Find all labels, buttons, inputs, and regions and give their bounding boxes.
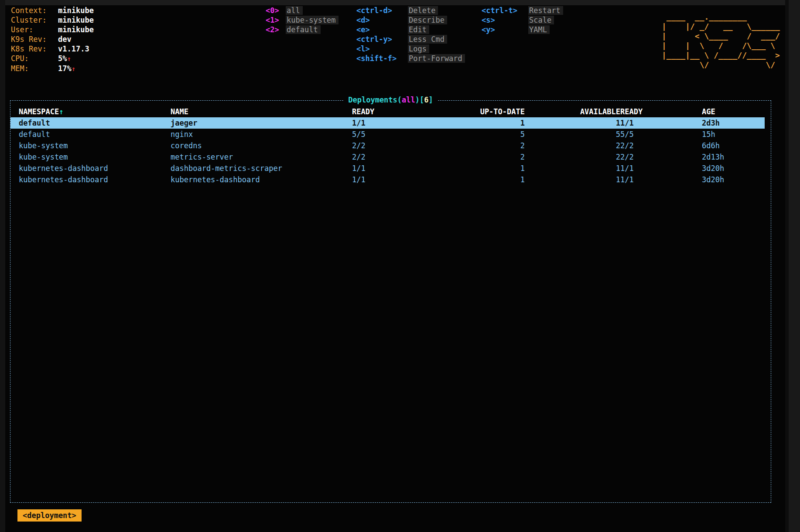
- cell-namespace: default: [19, 117, 171, 129]
- cluster-info-panel: Context:minikube Cluster:minikube User:m…: [11, 6, 94, 74]
- namespace-item-default[interactable]: <2>default: [266, 25, 338, 34]
- cell-name: metrics-server: [171, 151, 352, 163]
- mem-row: MEM:17%↑: [11, 64, 94, 74]
- sort-ascending-icon: ↑: [59, 107, 63, 116]
- menu-item-less-cmd: <ctrl-y>Less Cmd: [356, 34, 465, 44]
- title-count: 6: [424, 95, 428, 104]
- cell-up-to-date: 1: [439, 117, 525, 129]
- cell-available: 1: [525, 174, 620, 185]
- cell-name: dashboard-metrics-scraper: [171, 163, 352, 174]
- less-cmd-label: Less Cmd: [408, 35, 447, 44]
- cell-ready: 5/5: [352, 129, 439, 140]
- key-d: <d>: [356, 15, 408, 25]
- port-forward-label: Port-Forward: [408, 54, 465, 63]
- context-row: Context:minikube: [11, 6, 94, 15]
- cluster-value: minikube: [58, 16, 94, 24]
- title-resource: Deployments(: [348, 95, 402, 104]
- cell-age: 15h: [702, 129, 765, 140]
- key-ctrl-t: <ctrl-t>: [482, 6, 528, 15]
- cell-ready: 2/2: [352, 140, 439, 151]
- table-content: NAMESPACE↑ NAME READY UP-TO-DATE AVAILAB…: [10, 101, 771, 185]
- namespace-item-kube-system[interactable]: <1>kube-system: [266, 15, 338, 25]
- cell-ready2: 1/1: [620, 174, 702, 185]
- cell-age: 6d6h: [702, 140, 765, 151]
- k9s-logo: ____ __.________ | |/ _/ __ \______ | < …: [662, 12, 780, 70]
- table-title: Deployments(all)[6]: [344, 95, 438, 104]
- describe-label: Describe: [408, 16, 447, 24]
- table-header-row: NAMESPACE↑ NAME READY UP-TO-DATE AVAILAB…: [10, 106, 765, 117]
- menu-item-restart: <ctrl-t>Restart: [482, 6, 563, 15]
- menu-item-describe: <d>Describe: [356, 15, 465, 25]
- namespace-item-all[interactable]: <0>all: [266, 6, 338, 15]
- cell-age: 3d20h: [702, 174, 765, 185]
- logs-label: Logs: [408, 44, 429, 53]
- table-row-coredns[interactable]: kube-system coredns 2/2 2 2 2/2 6d6h: [10, 140, 765, 151]
- mem-value: 17%: [58, 64, 72, 73]
- cell-name: kubernetes-dashboard: [171, 174, 352, 185]
- yaml-label: YAML: [528, 25, 550, 34]
- cell-age: 2d3h: [702, 117, 765, 129]
- table-row-kubernetes-dashboard[interactable]: kubernetes-dashboard kubernetes-dashboar…: [10, 174, 765, 185]
- cpu-value: 5%: [58, 54, 67, 63]
- k8s-rev-row: K8s Rev:v1.17.3: [11, 44, 94, 54]
- cell-name: jaeger: [171, 117, 352, 129]
- cell-available: 5: [525, 129, 620, 140]
- table-row-dashboard-metrics-scraper[interactable]: kubernetes-dashboard dashboard-metrics-s…: [10, 163, 765, 174]
- key-l: <l>: [356, 44, 408, 54]
- table-row-nginx[interactable]: default nginx 5/5 5 5 5/5 15h: [10, 129, 765, 140]
- user-value: minikube: [58, 25, 94, 34]
- menu-item-port-forward: <shift-f>Port-Forward: [356, 54, 465, 63]
- namespace-kube-system-label: kube-system: [286, 16, 338, 24]
- hotkey-1: <1>: [266, 15, 286, 25]
- cell-available: 2: [525, 140, 620, 151]
- breadcrumb-deployment[interactable]: <deployment>: [17, 509, 82, 522]
- cell-up-to-date: 1: [439, 174, 525, 185]
- column-header-namespace[interactable]: NAMESPACE↑: [19, 106, 171, 117]
- context-value: minikube: [58, 6, 94, 15]
- key-ctrl-y: <ctrl-y>: [356, 34, 408, 44]
- menu-item-logs: <l>Logs: [356, 44, 465, 54]
- k9s-rev-row: K9s Rev:dev: [11, 34, 94, 44]
- cell-ready2: 2/2: [620, 151, 702, 163]
- key-y: <y>: [482, 25, 528, 34]
- column-header-available[interactable]: AVAILABLE: [525, 106, 620, 117]
- column-header-ready[interactable]: READY: [352, 106, 439, 117]
- cell-ready2: 1/1: [620, 163, 702, 174]
- k9s-rev-value: dev: [58, 35, 72, 44]
- menu-item-delete: <ctrl-d>Delete: [356, 6, 465, 15]
- cluster-row: Cluster:minikube: [11, 15, 94, 25]
- table-row-metrics-server[interactable]: kube-system metrics-server 2/2 2 2 2/2 2…: [10, 151, 765, 163]
- column-header-age[interactable]: AGE: [702, 106, 765, 117]
- edit-label: Edit: [408, 25, 429, 34]
- window-scrollbar-strip[interactable]: [785, 0, 800, 532]
- cell-namespace: kube-system: [19, 140, 171, 151]
- k8s-rev-label: K8s Rev:: [11, 44, 58, 54]
- window-frame-top: [0, 0, 800, 5]
- cell-ready2: 2/2: [620, 140, 702, 151]
- action-menu-col1: <ctrl-d>Delete <d>Describe <e>Edit <ctrl…: [356, 6, 465, 63]
- cell-namespace: kubernetes-dashboard: [19, 163, 171, 174]
- column-header-name[interactable]: NAME: [171, 106, 352, 117]
- key-ctrl-d: <ctrl-d>: [356, 6, 408, 15]
- cell-ready: 1/1: [352, 117, 439, 129]
- cell-name: nginx: [171, 129, 352, 140]
- cell-age: 2d13h: [702, 151, 765, 163]
- table-row-jaeger[interactable]: default jaeger 1/1 1 1 1/1 2d3h: [10, 117, 765, 129]
- namespace-hotkeys: <0>all <1>kube-system <2>default: [266, 6, 338, 34]
- hotkey-0: <0>: [266, 6, 286, 15]
- column-header-ready2[interactable]: READY: [620, 106, 702, 117]
- title-bracket-close: ]: [429, 95, 433, 104]
- title-namespace: all: [402, 95, 415, 104]
- title-bracket: )[: [415, 95, 424, 104]
- cell-age: 3d20h: [702, 163, 765, 174]
- cell-available: 1: [525, 163, 620, 174]
- cell-namespace: kubernetes-dashboard: [19, 174, 171, 185]
- menu-item-yaml: <y>YAML: [482, 25, 563, 34]
- key-shift-f: <shift-f>: [356, 54, 408, 63]
- column-header-up-to-date[interactable]: UP-TO-DATE: [439, 106, 525, 117]
- context-label: Context:: [11, 6, 58, 15]
- cell-ready: 1/1: [352, 163, 439, 174]
- scale-label: Scale: [528, 16, 554, 24]
- cell-name: coredns: [171, 140, 352, 151]
- hotkey-2: <2>: [266, 25, 286, 34]
